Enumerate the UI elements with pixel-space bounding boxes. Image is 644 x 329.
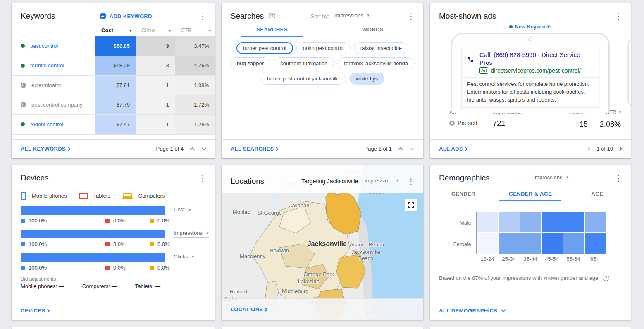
tab-gender-and-age[interactable]: GENDER & AGE	[497, 191, 564, 201]
search-term-chip[interactable]: talstar insectidide	[354, 42, 408, 54]
heatmap-cell[interactable]	[585, 212, 606, 232]
dashboard-grid: Keywords + ADD KEYWORD ⋮ Cost▾ Clicks▾ C…	[0, 0, 644, 329]
search-term-chip[interactable]: southern fumigation	[274, 57, 334, 69]
locations-link[interactable]: LOCATIONS	[231, 306, 268, 312]
targeting-label: Targeting Jacksonville	[301, 178, 358, 185]
page-down-icon[interactable]	[201, 147, 207, 151]
red-square-icon	[105, 219, 110, 223]
phone-mockup: Call: (866) 828-5990 - Direct Service Pr…	[451, 33, 610, 113]
page-down-icon[interactable]	[409, 147, 415, 151]
keyword-link[interactable]: exterminator	[31, 82, 61, 88]
more-options-icon[interactable]: ⋮	[612, 174, 625, 182]
search-term-chip[interactable]: white flys	[349, 73, 384, 85]
divider	[462, 77, 599, 78]
tab-searches[interactable]: SEARCHES	[222, 26, 322, 37]
all-keywords-link[interactable]: ALL KEYWORDS	[21, 146, 71, 152]
search-term-chip[interactable]: turner pest control jacksonville	[260, 73, 346, 85]
keywords-card-title: Keywords	[21, 12, 55, 21]
more-options-icon[interactable]: ⋮	[405, 178, 417, 185]
heatmap-cell[interactable]	[477, 212, 498, 232]
blue-square-icon	[21, 219, 25, 223]
all-searches-link[interactable]: ALL SEARCHES	[231, 146, 279, 152]
table-row: exterminator $7.81 1 1.08%	[12, 76, 215, 95]
age-axis-labels: 18-24 25-34 35-44 45-54 55-64 65+	[476, 256, 606, 262]
red-square-icon	[105, 242, 110, 246]
metric-dropdown[interactable]: Impressio...▾	[365, 178, 398, 185]
keyword-link[interactable]: pest control	[30, 43, 58, 49]
below-fold-card	[12, 327, 215, 329]
clicks-metric-dropdown[interactable]: Clicks▾	[174, 253, 194, 261]
new-keywords-legend[interactable]: New Keywords	[430, 24, 631, 30]
enabled-status-icon	[21, 122, 25, 126]
more-options-icon[interactable]: ⋮	[405, 12, 417, 20]
heatmap-cell[interactable]	[585, 233, 606, 254]
chevron-right-icon	[275, 147, 279, 151]
more-options-icon[interactable]: ⋮	[196, 12, 209, 20]
fullscreen-icon[interactable]	[405, 199, 417, 211]
ad-headline[interactable]: Call: (866) 828-5990 - Direct Service Pr…	[479, 51, 580, 66]
devices-card: Devices ⋮ Mobile phones Tablets Computer…	[12, 165, 215, 320]
heatmap-cell[interactable]	[520, 233, 541, 254]
help-icon[interactable]: ?	[603, 275, 609, 281]
keywords-column-headers: Cost▾ Clicks▾ CTR▾	[12, 27, 215, 36]
all-demographics-link[interactable]: ALL DEMOGRAPHICS	[439, 308, 506, 314]
map-label: Lakeside	[298, 278, 320, 284]
next-ad-preview-edge	[627, 38, 631, 108]
more-options-icon[interactable]: ⋮	[196, 174, 209, 182]
paused-status-icon	[449, 121, 455, 126]
sort-dropdown[interactable]: Impressions▾	[334, 12, 370, 20]
column-header-ctr[interactable]: CTR▾	[175, 27, 215, 36]
ad-preview[interactable]: Call: (866) 828-5990 - Direct Service Pr…	[461, 47, 599, 108]
heatmap-cell[interactable]	[563, 212, 584, 232]
ads-card-title: Most-shown ads	[439, 12, 496, 21]
devices-link[interactable]: DEVICES	[21, 308, 50, 314]
yellow-square-icon	[150, 219, 154, 223]
tab-gender[interactable]: GENDER	[430, 191, 497, 201]
table-row: pest control company $7.79 1 1.72%	[12, 95, 215, 115]
demographics-card: Demographics Impressions▾ ⋮ GENDER GENDE…	[430, 165, 631, 320]
tab-age[interactable]: AGE	[564, 191, 631, 201]
search-term-chip[interactable]: bug zapper	[230, 57, 270, 69]
heatmap-cell[interactable]	[542, 212, 563, 232]
chevron-right-icon	[265, 307, 268, 312]
map[interactable]: St MarysHilliardFernandina BeachYuleeCal…	[222, 165, 423, 320]
column-header-clicks[interactable]: Clicks▾	[136, 27, 175, 36]
map-label: Moniac	[233, 208, 250, 215]
clicks-cell: 9	[136, 36, 175, 56]
ad-display-url: directservicepros.com/pest-control/	[491, 67, 580, 74]
yellow-square-icon	[150, 266, 154, 270]
cost-cell: $7.81	[95, 76, 136, 95]
search-term-chip[interactable]: turner pest control	[236, 42, 293, 54]
most-shown-ads-card: Most-shown ads ⋮ New Keywords Call	[430, 3, 631, 158]
page-up-icon[interactable]	[189, 147, 195, 151]
devices-metric-group: Clicks▾ 100.0% 0.0% 0.0%	[21, 253, 215, 271]
ad-badge: Ad	[479, 67, 488, 74]
keyword-link[interactable]: rodent control	[30, 121, 63, 128]
page-up-icon[interactable]	[398, 147, 403, 151]
all-ads-link[interactable]: ALL ADS	[439, 146, 468, 152]
cost-metric-dropdown[interactable]: Cost▾	[174, 206, 191, 214]
metric-dropdown[interactable]: Impressions▾	[533, 174, 568, 182]
heatmap-cell[interactable]	[563, 233, 584, 254]
add-keyword-button[interactable]: + ADD KEYWORD	[100, 13, 152, 19]
impressions-metric-dropdown[interactable]: Impressions▾	[174, 230, 209, 238]
heatmap-cell[interactable]	[499, 233, 520, 254]
ctr-cell: 3.47%	[175, 36, 215, 56]
prev-ad-icon[interactable]	[587, 146, 591, 151]
heatmap-cell[interactable]	[499, 212, 520, 232]
row-label-female: Female	[450, 233, 476, 255]
mobile-phone-icon	[21, 192, 26, 200]
heatmap-cell[interactable]	[477, 233, 498, 254]
keyword-link[interactable]: termite control	[30, 62, 64, 69]
chevron-right-icon	[47, 308, 50, 313]
help-icon[interactable]: ?	[269, 13, 275, 19]
column-header-cost[interactable]: Cost▾	[95, 27, 136, 36]
heatmap-cell[interactable]	[542, 233, 563, 254]
next-ad-icon[interactable]	[619, 146, 623, 151]
search-term-chip[interactable]: terminix jacksonville florida	[337, 57, 415, 69]
heatmap-cell[interactable]	[520, 212, 541, 232]
tab-words[interactable]: WORDS	[322, 26, 423, 37]
more-options-icon[interactable]: ⋮	[612, 12, 625, 20]
search-term-chip[interactable]: orkin pest control	[296, 42, 351, 54]
keyword-link[interactable]: pest control company	[31, 102, 83, 108]
